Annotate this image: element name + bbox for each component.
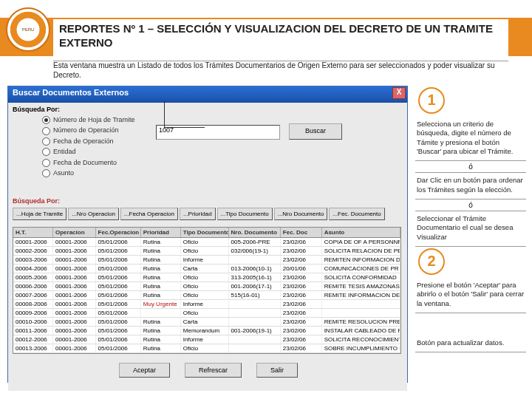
sort-label: Búsqueda Por: <box>13 197 60 205</box>
sort-button[interactable]: ...Prioridad <box>180 208 216 220</box>
bottom-buttons: Aceptar Refrescar Salir <box>119 363 298 378</box>
table-row[interactable]: 00006-200600001-200605/01/2006RutinaOfic… <box>13 282 400 291</box>
column-header[interactable]: Prioridad <box>141 228 181 237</box>
sort-button[interactable]: ...Hoja de Tramite <box>13 208 66 220</box>
step-1c-text: Seleccionar el Trámite Documentario el c… <box>415 211 526 247</box>
table-row[interactable]: 00005-200600001-200605/01/2006RutinaOfic… <box>13 273 400 282</box>
sort-button[interactable]: ...Fecha Operacion <box>120 208 178 220</box>
aceptar-button[interactable]: Aceptar <box>119 363 170 378</box>
separator: ó <box>415 161 526 173</box>
arrow <box>164 127 205 128</box>
slide-title: REPORTES Nº 1 – SELECCIÓN Y VISUALIZACIO… <box>53 19 508 61</box>
table-row[interactable]: 00007-200600001-200605/01/2006RutinaOfic… <box>13 291 400 300</box>
radio-option[interactable]: Número de Hoja de Tramite <box>42 115 403 125</box>
table-row[interactable]: 00012-200600001-200605/01/2006RutinaInfo… <box>13 335 400 344</box>
window-titlebar: Buscar Documentos Externos X <box>8 86 407 103</box>
table-row[interactable]: 00001-200600001-200605/01/2006RutinaOfic… <box>13 238 400 247</box>
grid-header: H.T.OperacionFec.OperacionPrioridadTipo … <box>13 228 400 238</box>
table-row[interactable]: 00002-200600001-200605/01/2006RutinaOfic… <box>13 247 400 256</box>
sort-button[interactable]: ...Fec. Documento <box>329 208 384 220</box>
data-grid: H.T.OperacionFec.OperacionPrioridadTipo … <box>13 227 401 354</box>
close-icon[interactable]: X <box>392 87 406 99</box>
step-1-text: Selecciona un criterio de búsqueda, digi… <box>415 117 526 161</box>
step-1b-text: Dar Clic en un botón para ordenar los Tr… <box>415 173 526 200</box>
step-1-badge: 1 <box>418 87 445 114</box>
separator: ó <box>415 200 526 211</box>
column-header[interactable]: Fec.Operacion <box>96 228 141 237</box>
column-header[interactable]: Tipo Documento <box>181 228 229 237</box>
radio-option[interactable]: Asunto <box>42 168 403 178</box>
window-body: Búsqueda Por: Número de Hoja de TramiteN… <box>8 103 407 391</box>
sort-buttons: ...Hoja de Tramite...Nro Operacion...Fec… <box>13 208 385 220</box>
arrow <box>164 100 165 127</box>
column-header[interactable]: Operacion <box>53 228 96 237</box>
radio-option[interactable]: Entidad <box>42 146 403 157</box>
steps-sidebar: 1 Selecciona un criterio de búsqueda, di… <box>415 86 526 352</box>
salir-button[interactable]: Salir <box>256 363 298 378</box>
step-3-text: Botón para actualizar datos. <box>415 335 526 352</box>
table-row[interactable]: 00013-200600001-200605/01/2006RutinaOfic… <box>13 344 400 353</box>
table-row[interactable]: 00003-200600001-200605/01/2006RutinaInfo… <box>13 256 400 265</box>
window-title: Buscar Documentos Externos <box>13 88 129 97</box>
step-2-text: Presione el botón 'Aceptar' para abrirlo… <box>415 278 526 313</box>
step-2-badge: 2 <box>418 248 445 275</box>
table-row[interactable]: 00017-200600001-200605/01/200623/02/06RE… <box>13 353 400 354</box>
search-section-label: Búsqueda Por: <box>13 106 403 113</box>
column-header[interactable]: Fec. Doc <box>281 228 322 237</box>
table-row[interactable]: 00008-200600001-200605/01/2006Muy Urgent… <box>13 300 400 309</box>
radio-option[interactable]: Fecha de Documento <box>42 157 403 168</box>
sort-button[interactable]: ...Tipo Documento <box>217 208 273 220</box>
table-row[interactable]: 00004-200600001-200605/01/2006RutinaCart… <box>13 265 400 273</box>
refrescar-button[interactable]: Refrescar <box>185 363 242 378</box>
column-header[interactable]: H.T. <box>13 228 53 237</box>
table-row[interactable]: 00010-200600001-200605/01/2006RutinaCart… <box>13 318 400 327</box>
column-header[interactable]: Nro. Documento <box>229 228 281 237</box>
sort-button[interactable]: ...Nro Documento <box>274 208 328 220</box>
table-row[interactable]: 00011-200600001-200605/01/2006RutinaMemo… <box>13 327 400 335</box>
app-window: Buscar Documentos Externos X Búsqueda Po… <box>7 86 408 383</box>
table-row[interactable]: 00009-200600001-200605/01/2006Oficio23/0… <box>13 309 400 318</box>
slide-intro: Esta ventana muestra un Listado de todos… <box>53 61 511 80</box>
org-logo: PERU <box>6 7 50 52</box>
radio-group: Número de Hoja de TramiteNúmero de Opera… <box>42 115 403 178</box>
buscar-button[interactable]: Buscar <box>289 123 342 140</box>
column-header[interactable]: Asunto <box>322 228 400 237</box>
sort-button[interactable]: ...Nro Operacion <box>68 208 119 220</box>
